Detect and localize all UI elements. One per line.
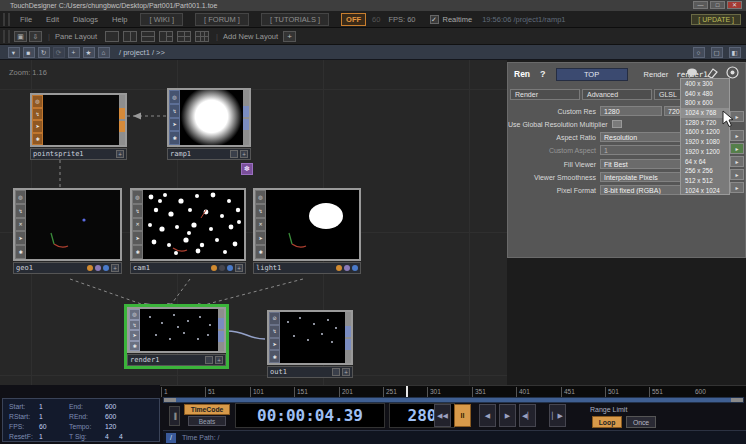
minimize-button[interactable]: — <box>693 1 708 9</box>
arrow-icon[interactable]: ➤ <box>270 339 279 350</box>
palette-icon[interactable]: ✽ <box>241 163 253 175</box>
circle-icon[interactable]: ◎ <box>170 91 179 103</box>
export-flag-button[interactable]: ▸ <box>730 143 744 154</box>
lightning-icon[interactable]: ↯ <box>256 205 265 217</box>
play-forward-button[interactable]: ▶ <box>499 404 516 427</box>
pickable-flag-dot[interactable] <box>95 265 101 271</box>
circle-icon[interactable]: ◎ <box>256 191 265 203</box>
beats-mode-button[interactable]: Beats <box>188 416 226 426</box>
layout-preset-six[interactable] <box>195 31 209 42</box>
x-icon[interactable]: ✕ <box>16 219 25 231</box>
menu-arrow-button[interactable]: ▸ <box>730 130 744 141</box>
arrow-icon[interactable]: ➤ <box>256 232 265 244</box>
wiki-button[interactable]: [ WIKI ] <box>140 13 183 26</box>
star-icon[interactable]: ★ <box>83 47 95 58</box>
dropdown-item[interactable]: 64 x 64 <box>681 157 729 167</box>
hand-icon[interactable]: ✱ <box>133 246 142 258</box>
play-reverse-button[interactable]: ◀ <box>479 404 496 427</box>
hand-icon[interactable]: ✱ <box>130 342 139 351</box>
timecode-mode-button[interactable]: TimeCode <box>184 404 230 415</box>
layout-preset-three[interactable] <box>159 31 173 42</box>
output-connector[interactable] <box>218 318 224 329</box>
menu-arrow-button[interactable]: ▸ <box>730 156 744 167</box>
end-value[interactable]: 600 <box>105 403 135 410</box>
output-connector[interactable] <box>345 326 351 337</box>
family-top-button[interactable]: TOP <box>556 68 628 81</box>
x-icon[interactable]: ✕ <box>133 219 142 231</box>
node-flag-button[interactable] <box>332 368 340 376</box>
dropdown-item[interactable]: 800 x 600 <box>681 98 729 108</box>
time-path-bar[interactable]: / Time Path: / <box>163 430 746 444</box>
dropdown-item[interactable]: 1920 x 1080 <box>681 137 729 147</box>
circle-icon[interactable]: ◎ <box>33 96 42 107</box>
output-connector[interactable] <box>345 339 351 350</box>
lightning-icon[interactable]: ↯ <box>270 326 279 337</box>
chevron-down-icon[interactable]: ▾ <box>8 47 20 58</box>
node-viewer[interactable] <box>140 309 218 351</box>
node-viewer[interactable] <box>266 190 359 259</box>
fps-value[interactable]: 60 <box>39 423 69 430</box>
popout-handle[interactable]: ▐ <box>169 406 180 426</box>
arrow-icon[interactable]: ➤ <box>16 232 25 244</box>
output-connector[interactable] <box>243 106 249 117</box>
redo-icon[interactable]: ⟳ <box>53 47 65 58</box>
circle-icon[interactable]: ◎ <box>16 191 25 203</box>
circle-icon[interactable]: ◎ <box>130 310 139 319</box>
monitor-icon[interactable]: ▣ <box>14 31 27 42</box>
arrow-icon[interactable]: ➤ <box>133 232 142 244</box>
node-flag-button[interactable] <box>205 356 213 364</box>
start-value[interactable]: 1 <box>39 403 69 410</box>
hand-icon[interactable]: ✱ <box>170 132 179 144</box>
custom-res-x-field[interactable]: 1280 <box>600 106 662 116</box>
x-icon[interactable]: ✕ <box>256 219 265 231</box>
node-expand-button[interactable]: + <box>215 356 223 364</box>
dropdown-item[interactable]: 256 x 256 <box>681 166 729 176</box>
step-back-button[interactable]: ◀▏ <box>519 404 536 427</box>
tab-render[interactable]: Render <box>510 89 580 100</box>
tab-advanced[interactable]: Advanced <box>582 89 652 100</box>
node-expand-button[interactable]: + <box>116 150 124 158</box>
close-button[interactable]: ✕ <box>727 1 742 9</box>
output-connector[interactable] <box>119 121 125 132</box>
lightning-icon[interactable]: ↯ <box>16 205 25 217</box>
menu-edit[interactable]: Edit <box>39 15 66 24</box>
once-button[interactable]: Once <box>626 416 656 428</box>
node-geo1[interactable]: ◎ ↯ ✕ ➤ ✱ geo1 <box>13 188 122 274</box>
output-connector[interactable] <box>119 108 125 119</box>
layout-preset-single[interactable] <box>105 31 119 42</box>
node-viewer[interactable] <box>26 190 120 259</box>
comment-icon[interactable] <box>686 68 698 78</box>
dropdown-item[interactable]: 400 x 300 <box>681 79 729 89</box>
node-out1[interactable]: ⊘ ↯ ➤ ✱ <box>267 310 353 378</box>
grip-icon[interactable] <box>3 30 10 43</box>
realtime-checkbox[interactable]: ✓ <box>430 15 439 24</box>
dropdown-item[interactable]: 1920 x 1200 <box>681 147 729 157</box>
arrow-icon[interactable]: ➤ <box>130 331 139 340</box>
toggle-icon[interactable] <box>612 120 622 128</box>
network-editor[interactable]: Zoom: 1.16 ◎ ↯ <box>0 60 746 385</box>
resolution-dropdown[interactable]: 400 x 300 640 x 480 800 x 600 1024 x 768… <box>680 78 730 195</box>
hand-icon[interactable]: ✱ <box>270 351 279 362</box>
step-forward-button[interactable]: ▏▶ <box>549 404 566 427</box>
render-flag-dot[interactable] <box>87 265 93 271</box>
node-light1[interactable]: ◎ ↯ ✕ ➤ ✱ light1 <box>253 188 361 274</box>
forum-button[interactable]: [ FORUM ] <box>195 13 249 26</box>
arrow-icon[interactable]: ➤ <box>33 121 42 132</box>
tsig-value-1[interactable]: 4 <box>105 433 119 440</box>
circle-view-icon[interactable]: ○ <box>693 47 705 58</box>
lightning-icon[interactable]: ↯ <box>130 321 139 330</box>
range-handle[interactable] <box>731 398 743 402</box>
node-expand-button[interactable]: + <box>342 368 350 376</box>
arrow-icon[interactable]: ➤ <box>170 119 179 131</box>
display-flag-dot[interactable] <box>227 265 233 271</box>
circle-icon[interactable]: ◎ <box>133 191 142 203</box>
hand-icon[interactable]: ✱ <box>16 246 25 258</box>
dropdown-item[interactable]: 1600 x 1200 <box>681 127 729 137</box>
parameter-panel[interactable]: Ren ? TOP Render render1 Render <box>507 62 746 258</box>
rstart-value[interactable]: 1 <box>39 413 69 420</box>
breadcrumb[interactable]: / project1 / >> <box>119 48 165 57</box>
menu-arrow-button[interactable]: ▸ <box>730 182 744 193</box>
menu-help[interactable]: Help <box>105 15 134 24</box>
refresh-icon[interactable]: ↻ <box>38 47 50 58</box>
timeline-settings-panel[interactable]: Start: 1 End: 600 RStart: 1 REnd: 600 FP… <box>2 398 160 442</box>
